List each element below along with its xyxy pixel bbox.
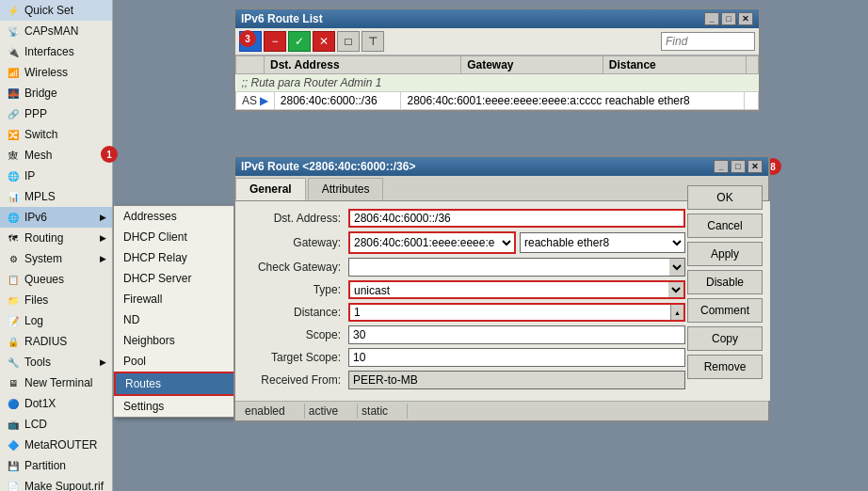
target-scope-input[interactable] <box>348 348 685 367</box>
remove-button[interactable]: − <box>264 31 286 52</box>
restore-button[interactable]: □ <box>337 31 360 52</box>
sidebar-item-files[interactable]: 📁 Files <box>0 290 112 310</box>
submenu-addresses[interactable]: Addresses <box>114 206 240 227</box>
status-bar: enabled active static <box>235 401 768 420</box>
sidebar-item-queues[interactable]: 📋 Queues <box>0 269 112 290</box>
form-row-gateway: Gateway: ▼ ▼ <box>245 231 685 254</box>
route-edit-window: IPv6 Route <2806:40c:6000::/36> _ □ ✕ Ge… <box>233 155 770 422</box>
remove-button-edit[interactable]: Remove <box>687 355 763 379</box>
sidebar-item-lcd[interactable]: 📺 LCD <box>0 414 112 435</box>
received-from-input[interactable] <box>348 371 685 389</box>
sidebar-item-tools[interactable]: 🔧 Tools <box>0 352 112 372</box>
tab-attributes[interactable]: Attributes <box>308 178 384 200</box>
route-list-window: IPv6 Route List _ □ ✕ + − ✓ ✕ □ ⊤ Dst. A… <box>233 8 761 112</box>
sidebar-item-switch[interactable]: 🔀 Switch <box>0 124 112 145</box>
gateway-inputs: ▼ ▼ <box>348 231 685 254</box>
form-row-received-from: Received From: <box>245 371 685 389</box>
form-row-target-scope: Target Scope: <box>245 348 685 367</box>
submenu-dhcp-client[interactable]: DHCP Client <box>114 227 240 247</box>
sidebar-item-system[interactable]: ⚙ System <box>0 248 112 269</box>
submenu-routes[interactable]: Routes <box>114 372 240 396</box>
gateway-right-container: ▼ <box>520 232 685 253</box>
gateway-select-right[interactable]: ▼ <box>669 233 684 252</box>
bridge-icon: 🌉 <box>6 86 21 101</box>
submenu-neighbors[interactable]: Neighbors <box>114 330 240 351</box>
gateway-input[interactable] <box>350 233 499 252</box>
row-distance-cell <box>744 92 758 110</box>
sidebar-item-radius[interactable]: 🔒 RADIUS <box>0 331 112 352</box>
sidebar-item-dot1x[interactable]: 🔵 Dot1X <box>0 393 112 414</box>
filter-button[interactable]: ⊤ <box>362 31 384 52</box>
sidebar-item-mesh[interactable]: 🕸 Mesh <box>0 145 112 166</box>
scope-input[interactable] <box>348 325 685 344</box>
target-scope-label: Target Scope: <box>245 351 348 364</box>
search-input[interactable] <box>661 32 755 51</box>
submenu-dhcp-relay[interactable]: DHCP Relay <box>114 247 240 268</box>
route-list-toolbar: + − ✓ ✕ □ ⊤ <box>235 28 759 55</box>
check-gateway-select[interactable]: ▼ <box>669 259 684 276</box>
ok-button[interactable]: OK <box>687 185 763 210</box>
distance-input[interactable] <box>350 305 670 320</box>
route-list-area[interactable]: ;; Ruta para Router Admin 1 AS ▶ 2806:40… <box>235 74 759 110</box>
type-select[interactable]: ▼ <box>668 282 683 297</box>
dst-address-label: Dst. Address: <box>245 212 348 225</box>
scope-label: Scope: <box>245 328 348 341</box>
close-button[interactable]: ✕ <box>738 12 753 25</box>
comment-button[interactable]: Comment <box>687 298 763 323</box>
status-static: static <box>358 404 408 419</box>
sidebar-item-newterminal[interactable]: 🖥 New Terminal <box>0 372 112 393</box>
gateway-select-left[interactable]: ▼ <box>499 233 514 252</box>
submenu-pool[interactable]: Pool <box>114 351 240 372</box>
submenu-dhcp-server[interactable]: DHCP Server <box>114 268 240 289</box>
distance-up[interactable]: ▲ <box>670 305 683 320</box>
sidebar-item-ip[interactable]: 🌐 IP <box>0 166 112 186</box>
sidebar-item-interfaces[interactable]: 🔌 Interfaces <box>0 41 112 62</box>
terminal-icon: 🖥 <box>6 375 21 390</box>
edit-close-button[interactable]: ✕ <box>747 160 763 173</box>
submenu-nd[interactable]: ND <box>114 309 240 330</box>
system-icon: ⚙ <box>6 251 21 266</box>
apply-button[interactable]: Apply <box>687 242 763 266</box>
sidebar-item-metarouter[interactable]: 🔷 MetaROUTER <box>0 435 112 455</box>
status-active: active <box>305 404 358 419</box>
sidebar-item-log[interactable]: 📝 Log <box>0 310 112 331</box>
copy-button[interactable]: Copy <box>687 326 763 351</box>
sidebar-item-ipv6[interactable]: 🌐 IPv6 <box>0 207 112 228</box>
sidebar-item-makesupout[interactable]: 📄 Make Supout.rif <box>0 476 112 491</box>
form-row-dst: Dst. Address: <box>245 209 685 228</box>
edit-restore-button[interactable]: □ <box>731 160 746 173</box>
submenu-settings[interactable]: Settings <box>114 396 240 417</box>
minimize-button[interactable]: _ <box>704 12 719 25</box>
type-value: unicast <box>350 282 668 297</box>
maximize-button[interactable]: □ <box>721 12 736 25</box>
edit-minimize-button[interactable]: _ <box>714 160 729 173</box>
files-icon: 📁 <box>6 293 21 308</box>
sidebar-item-quickset[interactable]: ⚡ Quick Set <box>0 0 112 21</box>
quickset-icon: ⚡ <box>6 3 21 18</box>
dst-address-input[interactable] <box>348 209 685 228</box>
sidebar-item-wireless[interactable]: 📶 Wireless <box>0 62 112 83</box>
mesh-icon: 🕸 <box>6 148 21 163</box>
sidebar-item-capsman[interactable]: 📡 CAPsMAN <box>0 21 112 41</box>
gateway-right-input[interactable] <box>521 233 669 252</box>
sidebar-item-ppp[interactable]: 🔗 PPP <box>0 103 112 124</box>
sidebar-item-mpls[interactable]: 📊 MPLS <box>0 186 112 207</box>
submenu-firewall[interactable]: Firewall <box>114 289 240 309</box>
cancel-button-toolbar[interactable]: ✕ <box>313 31 335 52</box>
sidebar-item-partition[interactable]: 💾 Partition <box>0 455 112 476</box>
disable-button[interactable]: Disable <box>687 270 763 294</box>
status-enabled: enabled <box>241 404 305 419</box>
check-button[interactable]: ✓ <box>288 31 311 52</box>
queues-icon: 📋 <box>6 272 21 287</box>
table-row[interactable]: AS ▶ 2806:40c:6000::/36 2806:40c:6001:ee… <box>236 92 759 110</box>
tab-general[interactable]: General <box>235 178 306 200</box>
cancel-button[interactable]: Cancel <box>687 214 763 238</box>
supout-icon: 📄 <box>6 479 21 491</box>
sidebar-item-routing[interactable]: 🗺 Routing <box>0 228 112 248</box>
sidebar-item-bridge[interactable]: 🌉 Bridge <box>0 83 112 103</box>
lcd-icon: 📺 <box>6 417 21 432</box>
capsman-icon: 📡 <box>6 24 21 39</box>
table-header: Dst. Address Gateway Distance <box>235 55 759 74</box>
ppp-icon: 🔗 <box>6 106 21 121</box>
route-edit-title: IPv6 Route <2806:40c:6000::/36> <box>241 160 415 173</box>
